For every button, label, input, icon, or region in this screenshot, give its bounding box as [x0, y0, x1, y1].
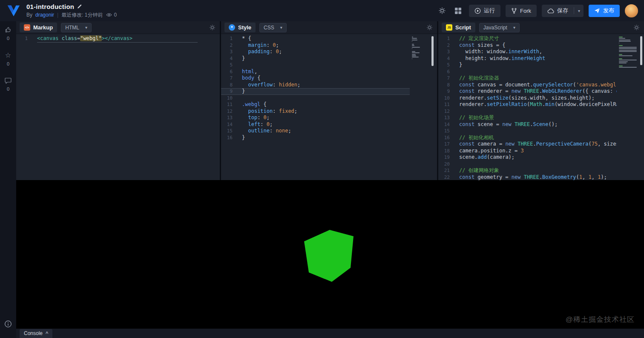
code-line[interactable]: 3 padding: 0; [221, 49, 437, 55]
style-minimap[interactable] [412, 37, 430, 60]
markup-language-select[interactable]: HTML ▾ [61, 23, 92, 32]
code-line[interactable]: 6html, [221, 69, 437, 75]
code-text: position: fixed; [238, 108, 297, 115]
code-line[interactable]: 5} [438, 62, 644, 69]
code-line[interactable]: 14 left: 0; [221, 121, 437, 128]
code-line[interactable]: 22const geometry = new THREE.BoxGeometry… [438, 174, 644, 180]
code-line[interactable]: 8const canvas = document.querySelector('… [438, 82, 644, 89]
code-line[interactable]: 13// 初始化场景 [438, 115, 644, 121]
script-settings-icon[interactable] [633, 24, 640, 31]
webgl-canvas[interactable] [16, 180, 644, 329]
minimap-line [619, 47, 637, 48]
code-line[interactable]: 12 [438, 108, 644, 115]
code-line[interactable]: 8 overflow: hidden; [221, 82, 437, 89]
line-number: 8 [438, 82, 455, 89]
code-text: const geometry = new THREE.BoxGeometry(1… [455, 174, 607, 180]
markup-panel-header: </> Markup HTML ▾ [16, 21, 220, 34]
code-line[interactable]: 16} [221, 135, 437, 141]
markup-tab[interactable]: </> Markup [20, 23, 57, 32]
code-line[interactable]: 7// 初始化渲染器 [438, 75, 644, 82]
code-line[interactable]: 11.webgl { [221, 101, 437, 108]
line-number: 2 [221, 42, 238, 49]
script-scrollbar-thumb[interactable] [640, 36, 642, 65]
info-button[interactable] [4, 320, 12, 329]
code-line[interactable]: 15 outline: none; [221, 128, 437, 135]
minimap-line [412, 52, 420, 53]
markup-settings-icon[interactable] [209, 24, 216, 31]
author-link[interactable]: dragonir [35, 12, 54, 18]
console-toggle[interactable]: Console ^ [20, 329, 52, 338]
run-button[interactable]: 运行 [469, 5, 500, 17]
save-dropdown-caret[interactable]: ▾ [578, 9, 580, 13]
code-line[interactable]: 10 [221, 95, 437, 102]
juejin-logo[interactable] [6, 3, 21, 18]
gear-icon[interactable] [437, 5, 448, 16]
style-scrollbar-thumb[interactable] [431, 36, 434, 66]
code-line[interactable]: 9const renderer = new THREE.WebGLRendere… [438, 88, 644, 95]
style-settings-icon[interactable] [426, 24, 433, 31]
preview-pane[interactable]: @稀土掘金技术社区 [16, 180, 644, 329]
like-button[interactable]: 0 [5, 26, 12, 41]
script-language-select[interactable]: JavaScript ▾ [479, 23, 520, 32]
code-text: // 初始化相机 [455, 135, 494, 141]
edit-title-icon[interactable] [77, 4, 82, 9]
comment-button[interactable]: 0 [5, 77, 12, 92]
code-text: renderer.setSize(sizes.width, sizes.heig… [455, 95, 595, 102]
code-line[interactable]: 3 width: window.innerWidth, [438, 49, 644, 55]
save-button[interactable]: 保存 ▾ [542, 5, 584, 17]
code-line[interactable]: 20 [438, 161, 644, 168]
code-text: scene.add(camera); [455, 154, 515, 161]
code-line[interactable]: 2const sizes = { [438, 42, 644, 49]
star-button[interactable]: ☆ 0 [5, 52, 11, 66]
layout-grid-icon[interactable] [453, 5, 464, 16]
code-line[interactable]: 16// 初始化相机 [438, 135, 644, 141]
code-line[interactable]: 15 [438, 128, 644, 135]
style-editor[interactable]: 1* {2 margin: 0;3 padding: 0;4}56html,7b… [221, 34, 437, 180]
code-line[interactable]: 7body { [221, 75, 437, 82]
style-language-select[interactable]: CSS ▾ [259, 23, 287, 32]
script-minimap[interactable] [619, 37, 637, 69]
code-line[interactable]: 1<canvas class="webgl"></canvas> [16, 35, 220, 42]
script-tab[interactable]: JS Script [442, 23, 475, 32]
code-line[interactable]: 12 position: fixed; [221, 108, 437, 115]
code-line[interactable]: 14const scene = new THREE.Scene(); [438, 121, 644, 128]
style-tab[interactable]: * Style [224, 23, 256, 32]
minimap-line [619, 48, 637, 49]
code-line[interactable]: 4} [221, 55, 437, 62]
script-editor[interactable]: 1// 定义渲染尺寸2const sizes = {3 width: windo… [438, 34, 644, 180]
style-panel: * Style CSS ▾ 1* {2 margin: 0;3 padding:… [221, 21, 437, 180]
code-line[interactable]: 5 [221, 62, 437, 69]
code-line[interactable]: 4 height: window.innerHeight [438, 55, 644, 62]
line-number: 7 [438, 75, 455, 82]
line-number: 14 [221, 121, 238, 128]
comment-icon [5, 77, 12, 84]
code-line[interactable]: 13 top: 0; [221, 115, 437, 121]
logo-icon [7, 4, 20, 17]
fork-icon [511, 8, 517, 14]
code-line[interactable]: 10renderer.setSize(sizes.width, sizes.he… [438, 95, 644, 102]
code-text: margin: 0; [238, 42, 279, 49]
code-text: top: 0; [238, 115, 270, 121]
code-line[interactable]: 2 margin: 0; [221, 42, 437, 49]
code-line[interactable]: 1// 定义渲染尺寸 [438, 35, 644, 42]
fork-button[interactable]: Fork [506, 5, 537, 17]
line-number: 12 [438, 108, 455, 115]
user-avatar[interactable] [625, 4, 638, 17]
code-line[interactable]: 17const camera = new THREE.PerspectiveCa… [438, 141, 644, 148]
code-line[interactable]: 21// 创建网格对象 [438, 167, 644, 174]
code-line[interactable]: 19scene.add(camera); [438, 154, 644, 161]
publish-button[interactable]: 发布 [589, 5, 620, 17]
style-minimap-zone [410, 34, 437, 180]
code-text: const renderer = new THREE.WebGLRenderer… [455, 88, 641, 95]
code-line[interactable]: 18camera.position.z = 3 [438, 148, 644, 155]
markup-editor[interactable]: 1<canvas class="webgl"></canvas> [16, 34, 220, 180]
watermark: @稀土掘金技术社区 [566, 315, 635, 324]
code-line[interactable]: 9} [221, 88, 437, 95]
code-line[interactable]: 11renderer.setPixelRatio(Math.min(window… [438, 101, 644, 108]
page-title: 01-introduction [26, 3, 74, 10]
minimap-line [412, 51, 415, 52]
code-line[interactable]: 6 [438, 69, 644, 75]
line-number: 1 [16, 35, 33, 42]
code-line[interactable]: 1* { [221, 35, 437, 42]
code-text: // 创建网格对象 [455, 167, 499, 174]
